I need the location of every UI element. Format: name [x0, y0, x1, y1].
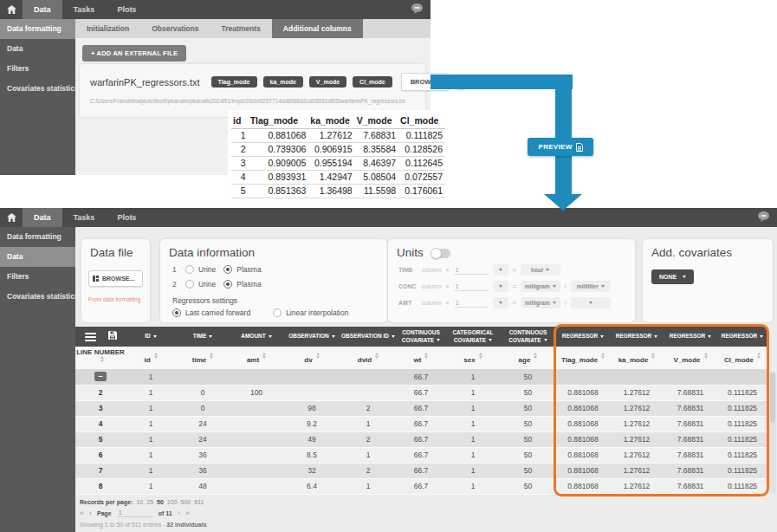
factor-dropdown[interactable] [493, 264, 508, 276]
factor-dropdown[interactable] [493, 297, 508, 308]
chat-bubble-icon[interactable] [757, 210, 770, 225]
factor-dropdown[interactable] [493, 281, 508, 292]
column-tag-v-mode[interactable]: V_mode [309, 76, 346, 88]
radio-urine[interactable] [185, 265, 194, 274]
records-option-100[interactable]: 100 [167, 499, 178, 505]
sort-icon[interactable] [154, 353, 158, 359]
sort-icon[interactable] [100, 356, 104, 362]
last-page-button[interactable]: » [185, 509, 190, 517]
tab-initialization[interactable]: Initialization [75, 19, 140, 38]
preview-row: 30.9090050.9551948.463970.112645 [231, 156, 445, 170]
add-covariates-none-button[interactable]: NONE [651, 269, 694, 284]
home-icon[interactable] [0, 208, 23, 227]
records-option-25[interactable]: 25 [146, 499, 153, 505]
preview-button[interactable]: PREVIEW [528, 138, 593, 156]
sidebar-item-data[interactable]: Data [0, 39, 75, 59]
home-icon[interactable] [0, 0, 23, 19]
collapse-individual-button[interactable]: – [94, 372, 107, 381]
unit-factor-input[interactable]: 1 [454, 282, 489, 291]
radio-plasma[interactable] [223, 280, 232, 289]
column-type-header-amount[interactable]: AMOUNT [230, 327, 283, 347]
menu-tab-tasks[interactable]: Tasks [62, 208, 107, 227]
table-cell: 0 [176, 385, 230, 400]
radio-plasma[interactable] [223, 265, 232, 274]
unit-dropdown-empty[interactable] [571, 297, 611, 308]
bottom-window-sidebar: Data formattingDataFiltersCovariates sta… [0, 227, 75, 532]
sidebar-item-data-formatting[interactable]: Data formatting [0, 19, 75, 39]
radio-last-carried-forward[interactable] [172, 308, 181, 317]
sort-icon[interactable] [534, 353, 537, 359]
column-type-header-observation[interactable]: OBSERVATION [283, 327, 340, 347]
sort-icon[interactable] [424, 353, 428, 359]
menu-tab-plots[interactable]: Plots [106, 0, 147, 19]
next-page-button[interactable]: › [178, 509, 180, 517]
data-viewer-window: DataTasksPlots Data formattingDataFilter… [0, 208, 777, 532]
unit-factor-input[interactable]: 1 [454, 266, 489, 275]
units-toggle[interactable] [431, 249, 450, 258]
sidebar-item-filters[interactable]: Filters [0, 267, 75, 287]
tab-treatments[interactable]: Treatments [210, 19, 271, 38]
scrollbar-thumb[interactable] [770, 373, 775, 423]
add-external-file-button[interactable]: + ADD AN EXTERNAL FILE [82, 45, 186, 62]
sidebar-item-covariates-statistics[interactable]: Covariates statistics [0, 287, 75, 307]
menu-tab-plots[interactable]: Plots [106, 208, 147, 227]
column-tag-cl-mode[interactable]: Cl_mode [353, 76, 392, 88]
menu-tab-tasks[interactable]: Tasks [62, 0, 107, 19]
table-scrollbar[interactable] [769, 371, 776, 494]
hamburger-menu-icon[interactable] [85, 331, 96, 343]
page: DataTasksPlots Data formattingDataFilter… [0, 0, 777, 532]
data-file-browse-button[interactable]: BROWSE... [88, 270, 143, 287]
radio-linear-interpolation[interactable] [273, 308, 282, 317]
first-page-button[interactable]: « [80, 509, 84, 517]
menu-tab-data[interactable]: Data [23, 0, 62, 19]
sort-icon[interactable] [601, 353, 605, 359]
column-type-header-id[interactable]: ID [126, 327, 176, 347]
unit-dropdown-milligram[interactable]: milligram [521, 297, 560, 308]
sort-icon[interactable] [262, 353, 266, 359]
sort-icon[interactable] [375, 353, 379, 359]
table-cell: 24 [176, 416, 230, 431]
sort-icon[interactable] [210, 353, 213, 359]
page-label: Page [97, 510, 112, 516]
unit-factor-input[interactable]: 1 [454, 299, 489, 308]
sort-icon[interactable] [316, 353, 320, 359]
column-type-header-time[interactable]: TIME [176, 327, 230, 347]
column-type-header-regressor[interactable]: REGRESSOR [717, 327, 767, 347]
column-type-header-continuous-covariate[interactable]: CONTINUOUS COVARIATE [396, 327, 446, 347]
column-tag-ka-mode[interactable]: ka_mode [263, 76, 303, 88]
sort-icon[interactable] [757, 353, 761, 359]
column-tag-tlag-mode[interactable]: Tlag_mode [211, 76, 257, 88]
unit-dropdown-milliliter[interactable]: milliliter [571, 281, 611, 292]
column-type-header-categorical-covariate[interactable]: CATEGORICAL COVARIATE [446, 327, 500, 347]
sort-icon[interactable] [651, 353, 655, 359]
sidebar-item-covariates-statistics[interactable]: Covariates statistics [0, 79, 75, 99]
sidebar-item-filters[interactable]: Filters [0, 59, 75, 79]
column-type-header-continuous-covariate[interactable]: CONTINUOUS COVARIATE [500, 327, 556, 347]
sidebar-item-data-formatting[interactable]: Data formatting [0, 227, 75, 247]
table-cell: 9.2 [283, 416, 340, 431]
sort-icon[interactable] [479, 353, 482, 359]
records-option-10[interactable]: 10 [136, 499, 143, 505]
column-type-header-regressor[interactable]: REGRESSOR [664, 327, 717, 347]
page-number-input[interactable]: 1 [117, 509, 153, 517]
column-type-header-regressor[interactable]: REGRESSOR [610, 327, 664, 347]
column-type-header-regressor[interactable]: REGRESSOR [556, 327, 610, 347]
chat-bubble-icon[interactable] [411, 2, 424, 17]
records-option-511[interactable]: 511 [194, 499, 204, 505]
prev-page-button[interactable]: ‹ [89, 509, 92, 517]
unit-dropdown-hour[interactable]: hour [521, 264, 560, 276]
records-option-500[interactable]: 500 [181, 499, 191, 505]
table-cell: 7.68831 [664, 431, 717, 447]
tab-observations[interactable]: Observations [140, 19, 210, 38]
column-type-header-observation-id[interactable]: OBSERVATION ID [340, 327, 396, 347]
tab-additional-columns[interactable]: Additional columns [272, 19, 363, 38]
observation-option: Plasma [223, 265, 261, 274]
sidebar-item-data[interactable]: Data [0, 247, 75, 267]
radio-urine[interactable] [185, 280, 194, 289]
table-cell: 1 [126, 431, 176, 447]
menu-tab-data[interactable]: Data [23, 208, 62, 227]
sort-icon[interactable] [704, 353, 708, 359]
unit-dropdown-milligram[interactable]: milligram [521, 281, 560, 292]
records-option-50[interactable]: 50 [157, 499, 164, 505]
save-icon[interactable] [108, 331, 117, 341]
